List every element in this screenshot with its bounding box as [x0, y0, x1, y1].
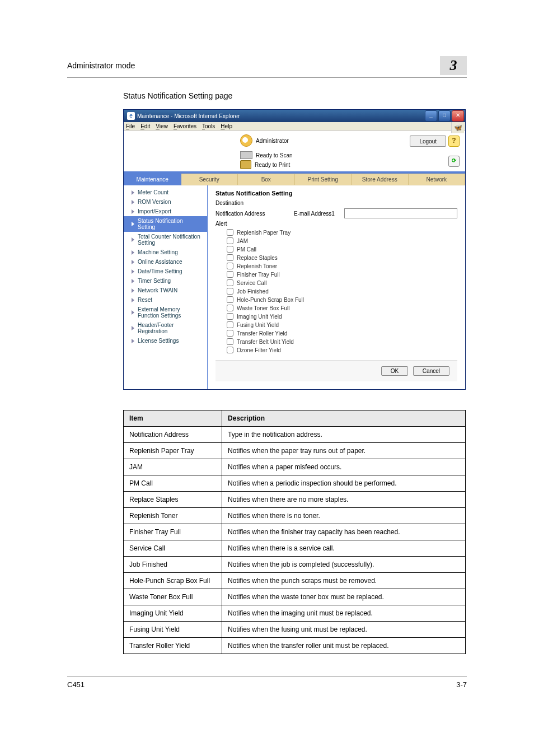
alert-checkbox[interactable] — [227, 271, 233, 278]
sidebar-item[interactable]: External Memory Function Settings — [124, 305, 207, 320]
cell-item: Replenish Toner — [124, 508, 222, 524]
sidebar-item[interactable]: Status Notification Setting — [124, 216, 207, 232]
table-row: Service CallNotifies when there is a ser… — [124, 540, 466, 557]
email-field[interactable] — [344, 208, 457, 218]
cancel-button[interactable]: Cancel — [413, 366, 449, 376]
cell-desc: Notifies when the job is completed (succ… — [222, 557, 466, 573]
tab-network[interactable]: Network — [409, 174, 466, 185]
sidebar-item[interactable]: License Settings — [124, 336, 207, 346]
tab-print-setting[interactable]: Print Setting — [295, 174, 352, 185]
menu-help[interactable]: Help — [221, 123, 232, 129]
sidebar-item-label: Machine Setting — [138, 249, 178, 255]
alert-label: Job Finished — [237, 288, 269, 295]
chevron-right-icon — [132, 260, 134, 264]
alert-checkbox[interactable] — [227, 254, 233, 261]
alert-checkbox-row[interactable]: Replace Staples — [227, 254, 457, 261]
minimize-button[interactable]: _ — [425, 110, 437, 122]
user-icon — [240, 134, 252, 147]
alert-checkbox[interactable] — [227, 288, 233, 295]
alert-checkbox-row[interactable]: Replenish Toner — [227, 263, 457, 269]
cell-desc: Notifies when there are no more staples. — [222, 492, 466, 508]
sidebar-item[interactable]: Timer Setting — [124, 276, 207, 286]
tabbar: Maintenance Security Box Print Setting S… — [124, 174, 465, 185]
alert-checkbox-row[interactable]: Service Call — [227, 279, 457, 286]
cell-desc: Type in the notification address. — [222, 427, 466, 443]
scanner-icon — [240, 151, 252, 159]
printer-icon — [240, 160, 251, 169]
sidebar-item-label: Online Assistance — [138, 259, 182, 265]
sidebar-item[interactable]: Total Counter Notification Setting — [124, 232, 207, 248]
alert-checkbox-row[interactable]: Replenish Paper Tray — [227, 229, 457, 236]
brand-area — [124, 131, 235, 171]
alert-checkbox[interactable] — [227, 313, 233, 320]
cell-item: Transfer Roller Yield — [124, 638, 222, 654]
alert-checkbox-row[interactable]: Imaging Unit Yield — [227, 313, 457, 320]
alert-checkbox-row[interactable]: Finisher Tray Full — [227, 271, 457, 278]
section-heading: Status Notification Setting page — [123, 91, 467, 100]
sidebar-item-label: External Memory Function Settings — [138, 306, 202, 319]
menu-edit[interactable]: Edit — [140, 123, 150, 129]
sidebar-item[interactable]: Header/Footer Registration — [124, 320, 207, 336]
main-title: Status Notification Setting — [216, 190, 457, 197]
alert-checkbox-row[interactable]: JAM — [227, 237, 457, 244]
cell-desc: Notifies when a paper misfeed occurs. — [222, 459, 466, 475]
sidebar-item[interactable]: ROM Version — [124, 197, 207, 207]
alert-label: Replenish Paper Tray — [237, 230, 291, 236]
page-footer: C451 3-7 — [67, 676, 467, 689]
sidebar-item[interactable]: Online Assistance — [124, 257, 207, 267]
table-row: Replenish TonerNotifies when there is no… — [124, 508, 466, 524]
sidebar-item[interactable]: Import/Export — [124, 207, 207, 216]
sidebar-item-label: License Settings — [138, 338, 179, 344]
alert-checkbox[interactable] — [227, 330, 233, 337]
alert-checkbox-row[interactable]: Ozone Filter Yield — [227, 347, 457, 353]
alert-checkbox[interactable] — [227, 347, 233, 353]
logout-button[interactable]: Logout — [410, 136, 446, 147]
tab-security[interactable]: Security — [181, 174, 238, 185]
table-row: JAMNotifies when a paper misfeed occurs. — [124, 459, 466, 475]
alert-checkbox[interactable] — [227, 229, 233, 236]
sidebar-item[interactable]: Reset — [124, 295, 207, 305]
alert-checkbox[interactable] — [227, 305, 233, 311]
alert-checkbox[interactable] — [227, 338, 233, 345]
tab-box[interactable]: Box — [238, 174, 295, 185]
table-row: Fusing Unit YieldNotifies when the fusin… — [124, 622, 466, 638]
alert-checkbox-row[interactable]: Hole-Punch Scrap Box Full — [227, 296, 457, 303]
description-table: Item Description Notification AddressTyp… — [123, 410, 466, 654]
destination-label: Destination — [216, 200, 294, 206]
chevron-right-icon — [132, 298, 134, 302]
sidebar-item[interactable]: Date/Time Setting — [124, 267, 207, 276]
menu-favorites[interactable]: Favorites — [174, 123, 196, 129]
help-icon[interactable]: ? — [448, 136, 460, 147]
alert-checkbox-row[interactable]: Fusing Unit Yield — [227, 321, 457, 328]
menubar: File Edit View Favorites Tools Help 🦋 — [124, 122, 465, 131]
menu-view[interactable]: View — [156, 123, 168, 129]
menu-tools[interactable]: Tools — [202, 123, 215, 129]
alert-checkbox[interactable] — [227, 246, 233, 253]
chevron-right-icon — [132, 339, 134, 343]
cell-desc: Notifies when the fusing unit must be re… — [222, 622, 466, 638]
maximize-button[interactable]: □ — [438, 110, 451, 122]
alert-checkbox[interactable] — [227, 279, 233, 286]
menu-file[interactable]: File — [126, 123, 135, 129]
chevron-right-icon — [132, 222, 134, 226]
tab-store-address[interactable]: Store Address — [352, 174, 409, 185]
tab-maintenance[interactable]: Maintenance — [124, 174, 181, 185]
alert-checkbox-row[interactable]: Transfer Belt Unit Yield — [227, 338, 457, 345]
sidebar-item[interactable]: Meter Count — [124, 188, 207, 197]
alert-checkbox-row[interactable]: PM Call — [227, 246, 457, 253]
sidebar-item-label: Import/Export — [138, 208, 171, 214]
table-row: Replace StaplesNotifies when there are n… — [124, 492, 466, 508]
alert-checkbox[interactable] — [227, 263, 233, 269]
alert-checkbox[interactable] — [227, 296, 233, 303]
sidebar-item[interactable]: Network TWAIN — [124, 286, 207, 295]
ok-button[interactable]: OK — [381, 366, 408, 376]
alert-checkbox[interactable] — [227, 321, 233, 328]
alert-checkbox[interactable] — [227, 237, 233, 244]
alert-checkbox-row[interactable]: Waste Toner Box Full — [227, 305, 457, 311]
close-button[interactable]: ✕ — [452, 110, 464, 122]
alert-checkbox-row[interactable]: Transfer Roller Yield — [227, 330, 457, 337]
alert-checkbox-row[interactable]: Job Finished — [227, 288, 457, 295]
sidebar-item[interactable]: Machine Setting — [124, 248, 207, 257]
alert-label: Transfer Belt Unit Yield — [237, 339, 294, 345]
refresh-icon[interactable]: ⟳ — [448, 156, 460, 167]
